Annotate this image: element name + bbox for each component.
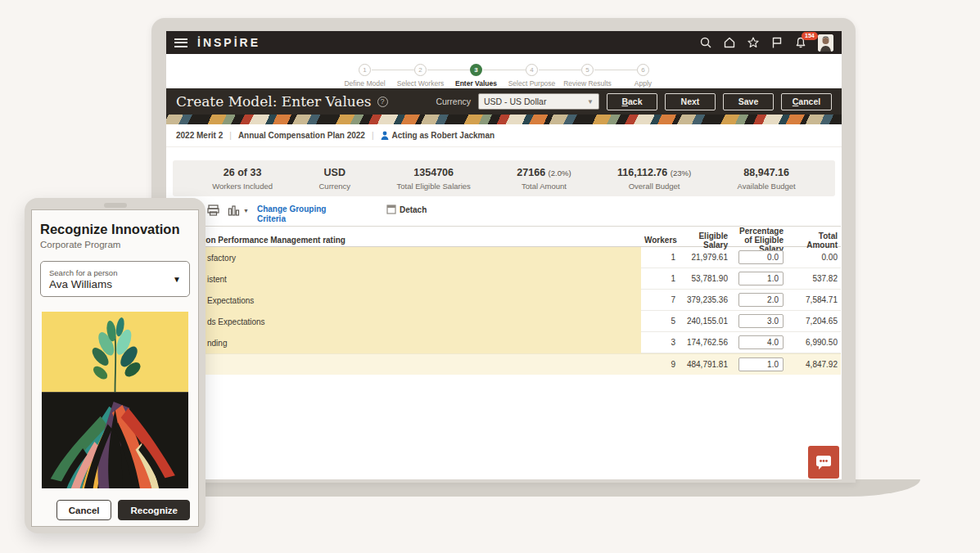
step-define-model[interactable]: 1 Define Model [337,59,393,88]
change-grouping-criteria-link[interactable]: Change Grouping Criteria [257,205,329,223]
decorative-pattern-strip [166,115,842,124]
table-total-row: 9 484,791.81 4,847.92 [166,353,841,375]
model-table-section: ▼ Change Grouping Criteria Detach sion P… [166,205,842,375]
chat-bubble-icon [814,452,833,472]
table-row: Expectations 7 379,235.36 7,584.71 [166,290,841,311]
stat-currency: USD Currency [319,167,351,191]
acting-as: Acting as Robert Jackman [381,131,495,140]
table-row: sfactory 1 21,979.61 0.00 [166,247,841,268]
table-header-row: sion Performance Management rating Worke… [166,226,841,247]
stat-total-amount: 27166 (2.0%) Total Amount [517,167,571,191]
percentage-input[interactable] [738,314,784,328]
save-button[interactable]: Save [723,93,774,110]
header-actions: Currency USD - US Dollar ▼ Back Next Sav… [436,93,832,110]
table-row: ds Expectations 5 240,155.01 7,204.65 [166,311,841,332]
person-search-value: Ava Williams [49,278,173,290]
page-header: Create Model: Enter Values ? Currency US… [166,88,842,115]
stat-workers-included: 26 of 33 Workers Included [212,167,273,191]
phone-overlay: Recognize Innovation Corporate Program S… [25,198,205,533]
topbar-actions: 154 [699,34,833,52]
table-toolbar: ▼ Change Grouping Criteria Detach [166,205,842,226]
percentage-input[interactable] [738,357,784,371]
stat-total-eligible-salaries: 1354706 Total Eligible Salaries [397,167,471,191]
values-table: sion Performance Management rating Worke… [166,226,841,375]
col-workers: Workers [641,236,679,245]
help-icon[interactable]: ? [377,97,388,107]
breadcrumb-plan-name[interactable]: Annual Compensation Plan 2022 [238,131,365,140]
back-button[interactable]: Back [607,93,657,110]
step-enter-values[interactable]: 3 Enter Values [449,59,504,88]
app-logo: İNSPİRE [197,36,260,49]
percentage-input[interactable] [738,335,784,349]
percentage-input[interactable] [738,250,784,264]
breadcrumb: 2022 Merit 2 | Annual Compensation Plan … [166,124,842,147]
currency-label: Currency [436,97,471,106]
step-review-results[interactable]: 5 Review Results [560,59,616,88]
detach-button[interactable]: Detach [386,205,427,214]
star-icon[interactable] [747,36,760,49]
person-search-select[interactable]: Search for a person Ava Williams ▼ [40,261,190,297]
notification-badge: 154 [802,32,818,40]
recognition-card: Recognize Innovation Corporate Program S… [31,209,199,527]
home-icon[interactable] [723,36,736,49]
summary-stats-bar: 26 of 33 Workers Included USD Currency 1… [173,160,835,196]
hamburger-icon[interactable] [174,38,187,47]
chat-widget-button[interactable] [808,446,839,479]
recognition-title: Recognize Innovation [40,222,190,237]
person-search-label: Search for a person [49,268,173,277]
print-icon[interactable] [207,205,219,216]
phone-speaker [104,203,127,208]
step-select-purpose[interactable]: 4 Select Purpose [504,59,560,88]
detach-window-icon [386,205,396,214]
percentage-input[interactable] [738,293,784,307]
step-apply[interactable]: 6 Apply [616,59,671,88]
bell-icon[interactable]: 154 [794,36,807,49]
chevron-down-icon: ▼ [587,98,594,106]
breadcrumb-plan-cycle[interactable]: 2022 Merit 2 [176,131,223,140]
currency-select[interactable]: USD - US Dollar ▼ [478,93,599,110]
table-row: nding 3 174,762.56 6,990.50 [166,332,841,353]
top-navigation-bar: İNSPİRE 154 [166,31,842,54]
stat-overall-budget: 116,112.76 (23%) Overall Budget [617,167,691,191]
percentage-input[interactable] [738,272,784,285]
chevron-down-icon: ▼ [173,275,181,284]
recognition-subtitle: Corporate Program [40,240,190,250]
recognition-actions: Cancel Recognize [40,500,190,520]
columns-icon[interactable] [228,205,240,216]
step-select-workers[interactable]: 2 Select Workers [393,59,449,88]
recognize-button[interactable]: Recognize [118,500,190,520]
page-title: Create Model: Enter Values [176,93,372,110]
avatar[interactable] [818,34,833,52]
person-icon [381,131,389,140]
cancel-button[interactable]: Cancel [781,93,832,110]
app-screen: İNSPİRE 154 1 Def [166,31,842,479]
step-train: 1 Define Model 2 Select Workers 3 Enter … [166,54,842,88]
chevron-down-icon[interactable]: ▼ [243,205,249,214]
table-row: istent 1 53,781.90 537.82 [166,268,841,290]
flag-icon[interactable] [770,36,784,49]
next-button[interactable]: Next [665,93,716,110]
search-icon[interactable] [699,36,712,49]
stat-available-budget: 88,947.16 Available Budget [738,167,796,191]
recognition-cancel-button[interactable]: Cancel [56,500,112,520]
recognition-illustration [42,312,188,488]
